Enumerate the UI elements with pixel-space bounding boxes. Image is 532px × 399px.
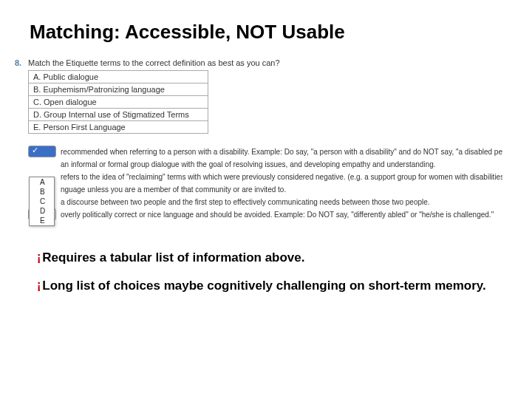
term-c: C. Open dialogue bbox=[29, 96, 208, 109]
question-block: 8. Match the Etiquette terms to the corr… bbox=[15, 57, 502, 220]
dropdown-option-c[interactable]: C bbox=[30, 197, 54, 206]
bullet-icon: ¡ bbox=[37, 278, 41, 294]
definition-text: refers to the idea of "reclaiming" terms… bbox=[61, 173, 502, 181]
question-prompt: Match the Etiquette terms to the correct… bbox=[28, 57, 280, 67]
match-dropdown[interactable]: ✓ bbox=[28, 146, 56, 157]
question-number: 8. bbox=[15, 57, 28, 67]
definition-text: a discourse between two people and the f… bbox=[61, 198, 430, 206]
bullet-text: Requires a tabular list of information a… bbox=[42, 250, 502, 266]
bullet-item: ¡ Long list of choices maybe cognitively… bbox=[37, 278, 502, 294]
page-title: Matching: Accessible, NOT Usable bbox=[30, 21, 502, 44]
definition-text: recommended when referring to a person w… bbox=[61, 148, 502, 156]
definition-text: overly politically correct or nice langu… bbox=[61, 211, 494, 219]
term-a: A. Public dialogue bbox=[29, 71, 208, 83]
dropdown-option-e[interactable]: E bbox=[30, 216, 54, 225]
bullet-list: ¡ Requires a tabular list of information… bbox=[37, 250, 502, 294]
definition-row: a discourse between two people and the f… bbox=[28, 196, 502, 208]
dropdown-option-d[interactable]: D bbox=[30, 206, 54, 216]
bullet-icon: ¡ bbox=[37, 250, 41, 266]
definition-text: nguage unless you are a member of that c… bbox=[61, 185, 286, 194]
definitions-list: ✓ recommended when referring to a person… bbox=[28, 146, 502, 220]
term-d: D. Group Internal use of Stigmatized Ter… bbox=[29, 109, 208, 121]
bullet-item: ¡ Requires a tabular list of information… bbox=[37, 250, 502, 266]
definition-row: ▴▾ overly politically correct or nice la… bbox=[28, 208, 502, 220]
dropdown-menu-open[interactable]: A B C D E bbox=[29, 177, 55, 226]
definition-row: an informal or formal group dialogue wit… bbox=[28, 158, 502, 170]
definition-row: nguage unless you are a member of that c… bbox=[28, 183, 502, 195]
definition-row: refers to the idea of "reclaiming" terms… bbox=[28, 171, 502, 183]
definition-row: ✓ recommended when referring to a person… bbox=[28, 146, 502, 157]
bullet-text: Long list of choices maybe cognitively c… bbox=[42, 278, 502, 294]
terms-table: A. Public dialogue B. Euphemism/Patroniz… bbox=[28, 70, 208, 134]
dropdown-option-b[interactable]: B bbox=[30, 187, 54, 197]
term-b: B. Euphemism/Patronizing language bbox=[29, 83, 208, 96]
definition-text: an informal or formal group dialogue wit… bbox=[61, 160, 436, 168]
term-e: E. Person First Language bbox=[29, 121, 208, 134]
dropdown-option-a[interactable]: A bbox=[30, 177, 54, 187]
